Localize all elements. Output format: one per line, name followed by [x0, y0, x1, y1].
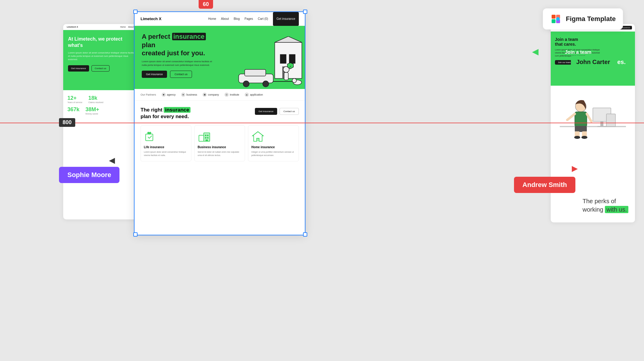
right-card-hero-heading: Join a teamthat cares.: [555, 37, 631, 47]
frame-services: The right insurance plan for every need.…: [135, 101, 305, 166]
partner-business-icon: ◈: [181, 93, 185, 97]
svg-rect-44: [606, 114, 615, 127]
stat-clients-value: 367k: [67, 106, 79, 113]
cursor-left-icon: ◀: [109, 156, 115, 165]
svg-rect-26: [205, 135, 206, 136]
services-actions: Get insurance Contact us: [255, 108, 299, 115]
stat-years-label: Years of service: [67, 101, 82, 103]
nav-link-about[interactable]: About: [221, 17, 229, 20]
sophie-moore-badge: Sophie Moore: [59, 167, 119, 183]
left-card-nav: Limetech X Home About ···: [63, 24, 141, 30]
hero-heading: A perfect insurance plan created just fo…: [142, 32, 220, 57]
services-title-part1: The right: [141, 107, 163, 113]
hero-heading-line2: created just for you.: [142, 49, 205, 57]
frame-handle-top-right[interactable]: [303, 10, 307, 14]
perks-line1: The perks of: [583, 197, 628, 205]
ruler-label-left: 800: [59, 118, 75, 127]
services-contact-us-button[interactable]: Contact us: [280, 108, 299, 115]
frame-hero: A perfect insurance plan created just fo…: [135, 26, 305, 89]
hero-subtext: Lorem ipsum dolor sit amet consectetur t…: [142, 60, 214, 67]
ruler-label-top: 60: [199, 0, 213, 9]
life-insurance-desc: Lorem ipsum dolor amet consectetur trist…: [144, 151, 188, 157]
hero-heading-highlight: insurance: [172, 33, 206, 40]
svg-rect-43: [597, 126, 606, 127]
home-insurance-desc: Integer ut urna porttitor elementum oene…: [251, 151, 296, 157]
life-insurance-card: Life insurance Lorem ipsum dolor amet co…: [141, 125, 191, 161]
svg-rect-35: [552, 15, 556, 19]
services-get-insurance-button[interactable]: Get insurance: [255, 108, 277, 115]
svg-line-47: [567, 114, 575, 120]
svg-rect-17: [284, 72, 288, 80]
nav-link-blog[interactable]: Blog: [234, 17, 240, 20]
svg-rect-23: [199, 135, 204, 141]
andrew-smith-badge: Andrew Smith: [514, 177, 575, 193]
svg-rect-13: [245, 69, 266, 76]
life-insurance-title: Life insurance: [144, 145, 188, 149]
john-carter-badge-container: John Carter es.: [571, 56, 627, 69]
perks-working: working: [583, 206, 603, 213]
stats-row-1: 12+ Years of service 18k Claims resolved: [67, 95, 137, 103]
business-insurance-title: Business insurance: [198, 145, 242, 149]
svg-point-19: [292, 78, 296, 83]
partner-institute: ◎ institute: [224, 93, 239, 97]
left-brand: Limetech X: [67, 26, 78, 28]
services-title: The right insurance plan for every need.: [141, 107, 190, 120]
partner-application-name: application: [250, 93, 263, 96]
nav-brand: Limetech X: [141, 17, 161, 21]
right-card-illustration: [551, 86, 635, 151]
services-cards: Life insurance Lorem ipsum dolor amet co…: [141, 125, 299, 161]
services-title-part2: plan for every need.: [141, 114, 189, 119]
hero-get-insurance-button[interactable]: Get insurance: [142, 71, 167, 78]
svg-rect-3: [289, 54, 295, 63]
partner-company-name: company: [208, 93, 219, 96]
partner-agency-icon: ◆: [162, 93, 166, 97]
nav-link-cart[interactable]: Cart (0): [258, 17, 268, 20]
nav-link-home[interactable]: Home: [208, 17, 216, 20]
john-carter-name: John Carter: [571, 56, 615, 69]
partners-label: Our Partners: [141, 93, 156, 96]
stat-claims-label: Claims resolved: [88, 101, 104, 103]
svg-rect-27: [207, 135, 209, 136]
john-carter-suffix: es.: [615, 56, 627, 69]
svg-point-53: [581, 136, 587, 139]
frame-handle-top-left[interactable]: [133, 10, 138, 14]
svg-rect-46: [575, 112, 587, 127]
ruler-line: [0, 123, 644, 123]
nav-get-insurance-button[interactable]: Get insurance: [273, 12, 299, 26]
left-hero-subtext: Lorem ipsum dolor sit amet consectetur t…: [68, 51, 137, 61]
left-card-buttons: Get insurance Contact us: [68, 65, 137, 72]
stat-clients: 367k: [67, 106, 79, 115]
stat-money-label: Money saved: [85, 113, 99, 115]
partner-agency-name: agency: [167, 93, 176, 96]
svg-text:✓: ✓: [289, 65, 292, 68]
partner-company-icon: ▣: [203, 93, 207, 97]
cursor-green-icon: ◀: [532, 47, 539, 57]
svg-line-48: [587, 114, 591, 121]
business-insurance-desc: Sed id mi dolor sit nullam enim nisi vul…: [198, 151, 242, 157]
svg-rect-22: [146, 134, 153, 141]
left-get-insurance-button[interactable]: Get insurance: [68, 65, 89, 72]
left-nav-about: About: [128, 26, 134, 28]
svg-rect-2: [280, 54, 286, 63]
left-card-stats: 12+ Years of service 18k Claims resolved…: [63, 90, 141, 123]
left-contact-us-button[interactable]: Contact us: [91, 65, 110, 72]
partner-company: ▣ company: [203, 93, 219, 97]
hero-contact-us-button[interactable]: Contact us: [170, 71, 192, 78]
perks-text: The perks of working with us.: [583, 197, 628, 214]
svg-rect-32: [257, 138, 259, 141]
services-title-block: The right insurance plan for every need.: [141, 107, 190, 120]
partner-business: ◈ business: [181, 93, 197, 97]
partner-business-name: business: [187, 93, 197, 96]
business-insurance-card: Business insurance Sed id mi dolor sit n…: [194, 125, 245, 161]
nav-link-pages[interactable]: Pages: [244, 17, 253, 20]
partner-agency: ◆ agency: [162, 93, 176, 97]
frame-handle-bottom-right[interactable]: [303, 232, 307, 237]
frame-handle-bottom-left[interactable]: [133, 232, 138, 237]
svg-rect-40: [560, 126, 626, 127]
perks-highlight: with us.: [605, 206, 628, 213]
partner-institute-icon: ◎: [224, 93, 229, 97]
hero-illustration: ✓: [236, 36, 305, 89]
services-title-highlight: insurance: [164, 107, 190, 113]
svg-marker-1: [275, 36, 302, 42]
perks-line2: working with us.: [583, 205, 628, 214]
